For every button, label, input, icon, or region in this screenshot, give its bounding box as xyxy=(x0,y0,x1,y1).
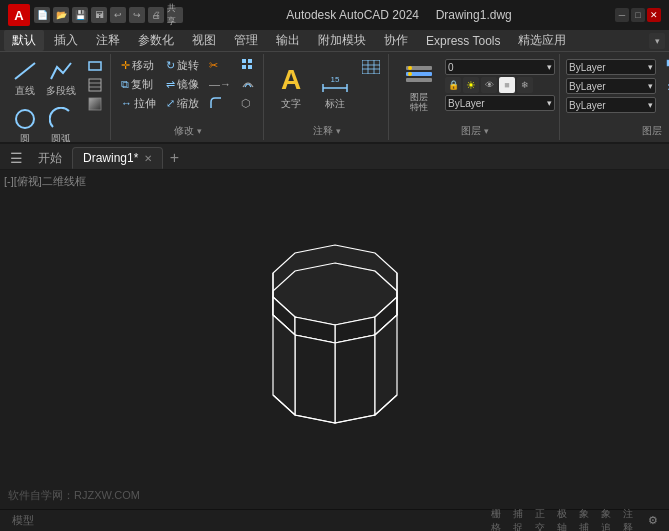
menu-output[interactable]: 输出 xyxy=(268,30,308,51)
table-button[interactable] xyxy=(358,58,384,76)
plot-icon[interactable]: 🖨 xyxy=(148,7,164,23)
viewport: [-][俯视]二维线框 xyxy=(0,170,669,509)
stretch-icon: ↔ xyxy=(121,97,132,109)
stretch-button[interactable]: ↔ 拉伸 xyxy=(117,94,160,112)
snap-mode-toggle[interactable]: 捕捉 xyxy=(513,513,529,529)
line-label: 直线 xyxy=(15,84,35,98)
array-button[interactable] xyxy=(237,56,259,74)
modify-tools: ✛ 移动 ⧉ 复制 ↔ 拉伸 ↻ 旋转 ⇌ 镜像 xyxy=(117,54,259,122)
tab-home[interactable]: 开始 xyxy=(28,147,72,169)
tab-bar: ☰ 开始 Drawing1* ✕ + xyxy=(0,144,669,170)
menu-addons[interactable]: 附加模块 xyxy=(310,30,374,51)
circle-button[interactable]: 圆 xyxy=(8,104,42,144)
maximize-button[interactable]: □ xyxy=(631,8,645,22)
minimize-button[interactable]: ─ xyxy=(615,8,629,22)
otrack-toggle[interactable]: 对象追踪 xyxy=(601,513,617,529)
color-dropdown[interactable]: ByLayer ▾ xyxy=(445,95,555,111)
arc-button[interactable]: 圆弧 xyxy=(44,104,78,144)
menu-collaborate[interactable]: 协作 xyxy=(376,30,416,51)
grid-toggle[interactable]: 栅格 xyxy=(491,513,507,529)
move-button[interactable]: ✛ 移动 xyxy=(117,56,160,74)
transparency-dropdown[interactable]: ByLayer ▾ xyxy=(566,97,656,113)
canvas-area[interactable] xyxy=(0,170,669,509)
gradient-icon xyxy=(88,97,102,113)
app-logo[interactable]: A xyxy=(8,4,30,26)
gradient-button[interactable] xyxy=(84,96,106,114)
save-as-icon[interactable]: 🖬 xyxy=(91,7,107,23)
menu-featured-apps[interactable]: 精选应用 xyxy=(510,30,574,51)
svg-text:15: 15 xyxy=(331,75,340,84)
color-dropdown-row: ByLayer ▾ xyxy=(445,94,555,112)
svg-point-25 xyxy=(408,78,412,82)
menu-annotation[interactable]: 注释 xyxy=(88,30,128,51)
mirror-button[interactable]: ⇌ 镜像 xyxy=(162,75,203,93)
layer-dropdown[interactable]: 0 ▾ xyxy=(445,59,555,75)
polyline-button[interactable]: 多段线 xyxy=(44,56,78,100)
tab-add-button[interactable]: + xyxy=(163,147,185,169)
share-icon[interactable]: 共享 xyxy=(167,7,183,23)
copy-button[interactable]: ⧉ 复制 xyxy=(117,75,160,93)
extra-icon-1[interactable] xyxy=(662,79,669,97)
offset-button[interactable] xyxy=(237,75,259,93)
modify-dropdown-icon[interactable]: ▾ xyxy=(197,126,202,136)
fillet-button[interactable] xyxy=(205,94,235,112)
annotation-extra xyxy=(358,58,384,76)
polyline-icon xyxy=(48,58,74,84)
line-button[interactable]: 直线 xyxy=(8,56,42,100)
polar-toggle[interactable]: 极轴 xyxy=(557,513,573,529)
annotation-dropdown-icon[interactable]: ▾ xyxy=(336,126,341,136)
workspace-toggle[interactable]: ⚙ xyxy=(645,513,661,529)
scale-button[interactable]: ⤢ 缩放 xyxy=(162,94,203,112)
layer-freeze-icon[interactable]: ❄ xyxy=(517,77,533,93)
ribbon-group-modify: ✛ 移动 ⧉ 复制 ↔ 拉伸 ↻ 旋转 ⇌ 镜像 xyxy=(113,54,264,140)
layer-controls: 0 ▾ 🔒 ☀ 👁 ■ ❄ ByLayer ▾ xyxy=(445,58,555,112)
modify-group-label: 修改 ▾ xyxy=(174,122,202,140)
color-dropdown-arrow: ▾ xyxy=(547,98,552,108)
text-button[interactable]: A 文字 xyxy=(270,56,312,116)
title-text: Autodesk AutoCAD 2024 Drawing1.dwg xyxy=(183,8,615,22)
layer-color-icon[interactable]: ■ xyxy=(499,77,515,93)
erase-button[interactable]: ⬡ xyxy=(237,94,259,112)
redo-icon[interactable]: ↪ xyxy=(129,7,145,23)
svg-line-0 xyxy=(15,63,35,79)
tab-close-button[interactable]: ✕ xyxy=(144,153,152,164)
layer-sun-icon[interactable]: ☀ xyxy=(463,77,479,93)
close-button[interactable]: ✕ xyxy=(647,8,661,22)
tab-menu-button[interactable]: ☰ xyxy=(4,147,28,169)
ortho-toggle[interactable]: 正交 xyxy=(535,513,551,529)
menu-default[interactable]: 默认 xyxy=(4,30,44,51)
tab-drawing[interactable]: Drawing1* ✕ xyxy=(72,147,163,169)
layer-properties-button[interactable]: 图层特性 xyxy=(395,56,443,116)
right-icon-cluster xyxy=(662,56,669,97)
trim-button[interactable]: ✂ xyxy=(205,56,235,74)
layer-dropdown-row: 0 ▾ xyxy=(445,58,555,76)
svg-point-23 xyxy=(408,66,412,70)
dimension-button[interactable]: 15 标注 xyxy=(314,56,356,116)
annotation-scale-toggle[interactable]: 注释 xyxy=(623,513,639,529)
hatch-button[interactable] xyxy=(84,77,106,95)
lineweight-dropdown[interactable]: ByLayer ▾ xyxy=(566,78,656,94)
layer-visible-icon[interactable]: 👁 xyxy=(481,77,497,93)
modify-col-2: ↻ 旋转 ⇌ 镜像 ⤢ 缩放 xyxy=(162,56,203,112)
layer-group-label: 图层 ▾ xyxy=(461,122,489,140)
menu-manage[interactable]: 管理 xyxy=(226,30,266,51)
new-icon[interactable]: 📄 xyxy=(34,7,50,23)
ribbon-toggle[interactable]: ▾ xyxy=(649,33,665,49)
match-properties-button[interactable] xyxy=(662,58,669,76)
menu-parametric[interactable]: 参数化 xyxy=(130,30,182,51)
save-icon[interactable]: 💾 xyxy=(72,7,88,23)
rectangle-button[interactable] xyxy=(84,58,106,76)
menu-insert[interactable]: 插入 xyxy=(46,30,86,51)
extend-button[interactable]: —→ xyxy=(205,75,235,93)
osnap-toggle[interactable]: 对象捕捉 xyxy=(579,513,595,529)
linetype-dropdown[interactable]: ByLayer ▾ xyxy=(566,59,656,75)
menu-view[interactable]: 视图 xyxy=(184,30,224,51)
layer-dropdown-icon[interactable]: ▾ xyxy=(484,126,489,136)
svg-point-1 xyxy=(16,110,34,128)
undo-icon[interactable]: ↩ xyxy=(110,7,126,23)
snap-toggle[interactable]: 模型 xyxy=(8,513,38,529)
layer-lock-icon[interactable]: 🔒 xyxy=(445,77,461,93)
menu-express-tools[interactable]: Express Tools xyxy=(418,32,508,50)
open-icon[interactable]: 📂 xyxy=(53,7,69,23)
rotate-button[interactable]: ↻ 旋转 xyxy=(162,56,203,74)
